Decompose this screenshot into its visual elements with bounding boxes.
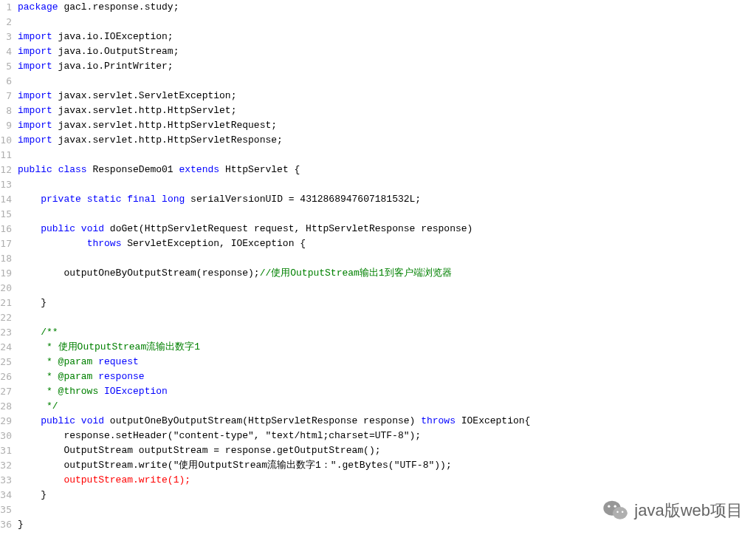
code-token: long bbox=[162, 194, 185, 205]
code-token bbox=[156, 194, 162, 205]
code-token: OutputStream outputStream = response.get… bbox=[18, 445, 380, 456]
watermark: java版web项目 bbox=[603, 500, 743, 522]
line-number: 32 bbox=[0, 458, 12, 473]
code-token bbox=[52, 164, 58, 175]
code-line: package gacl.response.study; bbox=[18, 0, 756, 15]
code-line: * @throws IOException bbox=[18, 384, 756, 399]
line-number: 20 bbox=[0, 281, 12, 296]
code-line: import java.io.OutputStream; bbox=[18, 44, 756, 59]
line-number: 30 bbox=[0, 429, 12, 443]
code-line: import java.io.IOException; bbox=[18, 30, 756, 44]
code-token: class bbox=[58, 164, 87, 175]
code-token: IOException bbox=[104, 386, 168, 397]
line-number: 9 bbox=[0, 118, 12, 133]
code-viewer: 1234567891011121314151617181920212223242… bbox=[0, 0, 756, 532]
line-number: 28 bbox=[0, 399, 12, 414]
code-line: throws ServletException, IOException { bbox=[18, 236, 756, 251]
line-number: 24 bbox=[0, 340, 12, 355]
line-number: 10 bbox=[0, 133, 12, 148]
code-token: } bbox=[18, 519, 24, 530]
code-line bbox=[18, 310, 756, 325]
code-token bbox=[18, 238, 87, 249]
code-token: java.io.PrintWriter; bbox=[52, 61, 173, 72]
code-token bbox=[81, 194, 87, 205]
svg-point-5 bbox=[622, 511, 624, 513]
code-line: response.setHeader("content-type", "text… bbox=[18, 429, 756, 443]
line-number: 11 bbox=[0, 148, 12, 163]
code-token bbox=[18, 415, 41, 426]
code-token: java.io.IOException; bbox=[52, 31, 173, 42]
code-token: ResponseDemo01 bbox=[87, 164, 179, 175]
code-line bbox=[18, 207, 756, 222]
code-token: */ bbox=[18, 401, 58, 412]
wechat-icon bbox=[603, 500, 628, 522]
code-token: javax.servlet.http.HttpServletResponse; bbox=[52, 134, 283, 146]
code-token bbox=[75, 223, 81, 234]
code-token: * 使用OutputStream流输出数字1 bbox=[18, 341, 200, 352]
code-line: public void outputOneByOutputStream(Http… bbox=[18, 414, 756, 429]
code-line bbox=[18, 177, 756, 192]
code-token: import bbox=[18, 31, 52, 42]
code-token bbox=[75, 415, 81, 426]
code-token: extends bbox=[179, 164, 219, 175]
code-token bbox=[18, 223, 41, 234]
code-token: HttpServlet { bbox=[219, 164, 300, 175]
code-line: outputStream.write(1); bbox=[18, 473, 756, 488]
line-number: 7 bbox=[0, 89, 12, 103]
code-line bbox=[18, 251, 756, 266]
code-line: import javax.servlet.http.HttpServletReq… bbox=[18, 118, 756, 133]
code-line: */ bbox=[18, 399, 756, 414]
code-token: import bbox=[18, 105, 52, 116]
code-token: outputOneByOutputStream(response); bbox=[18, 268, 260, 279]
code-line: import java.io.PrintWriter; bbox=[18, 59, 756, 74]
code-line: import javax.servlet.http.HttpServletRes… bbox=[18, 133, 756, 148]
code-line bbox=[18, 281, 756, 296]
code-line: public void doGet(HttpServletRequest req… bbox=[18, 222, 756, 236]
code-line bbox=[18, 15, 756, 30]
line-number: 3 bbox=[0, 30, 12, 44]
line-number: 19 bbox=[0, 266, 12, 281]
line-number: 23 bbox=[0, 325, 12, 340]
code-line: outputOneByOutputStream(response);//使用Ou… bbox=[18, 266, 756, 281]
code-token: ServletException, IOException { bbox=[121, 238, 306, 249]
code-token: javax.servlet.http.HttpServletRequest; bbox=[52, 120, 277, 131]
line-number: 2 bbox=[0, 15, 12, 30]
code-token: import bbox=[18, 61, 52, 72]
line-number: 17 bbox=[0, 236, 12, 251]
line-number: 16 bbox=[0, 222, 12, 236]
line-number: 6 bbox=[0, 74, 12, 89]
code-line: * @param request bbox=[18, 355, 756, 369]
svg-point-4 bbox=[617, 511, 619, 513]
line-number: 31 bbox=[0, 443, 12, 458]
code-token: } bbox=[18, 297, 47, 308]
code-token: gacl.response.study; bbox=[58, 1, 179, 13]
code-token: request bbox=[98, 356, 139, 367]
code-line bbox=[18, 74, 756, 89]
code-line: import javax.servlet.http.HttpServlet; bbox=[18, 103, 756, 118]
code-token: public bbox=[41, 223, 75, 234]
code-token: throws bbox=[87, 238, 122, 249]
line-number: 36 bbox=[0, 517, 12, 532]
watermark-text: java版web项目 bbox=[634, 503, 743, 518]
code-token: } bbox=[18, 489, 47, 500]
line-number: 8 bbox=[0, 103, 12, 118]
code-token: import bbox=[18, 90, 52, 101]
code-token: public bbox=[41, 415, 75, 426]
code-token: import bbox=[18, 134, 52, 146]
code-token bbox=[18, 194, 41, 205]
code-token: void bbox=[81, 415, 104, 426]
line-number-gutter: 1234567891011121314151617181920212223242… bbox=[0, 0, 18, 532]
code-token: doGet(HttpServletRequest request, HttpSe… bbox=[104, 223, 472, 234]
code-token: final bbox=[127, 194, 156, 205]
code-content: package gacl.response.study; import java… bbox=[18, 0, 756, 532]
code-token: import bbox=[18, 120, 52, 131]
line-number: 27 bbox=[0, 384, 12, 399]
line-number: 18 bbox=[0, 251, 12, 266]
line-number: 35 bbox=[0, 502, 12, 517]
code-line: * 使用OutputStream流输出数字1 bbox=[18, 340, 756, 355]
code-line: } bbox=[18, 296, 756, 310]
code-line: import javax.servlet.ServletException; bbox=[18, 89, 756, 103]
svg-point-1 bbox=[613, 507, 628, 519]
code-token: * @throws bbox=[18, 386, 104, 397]
line-number: 5 bbox=[0, 59, 12, 74]
